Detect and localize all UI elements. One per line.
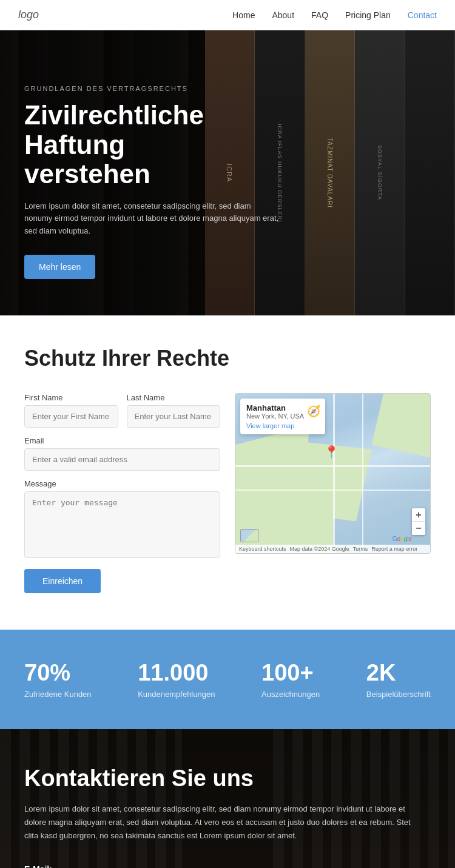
map-zoom-out[interactable]: −	[412, 522, 425, 535]
first-name-group: First Name	[24, 393, 118, 428]
map-view-link[interactable]: View larger map	[246, 422, 294, 429]
stat-number-4: 2K	[366, 660, 431, 686]
last-name-group: Last Name	[127, 393, 221, 428]
stat-label-4: Beispielüberschrift	[366, 690, 431, 699]
map-directions-icon[interactable]: 🧭	[307, 405, 320, 418]
kontakt-title: Kontaktieren Sie uns	[24, 765, 431, 792]
map-footer: Keyboard shortcuts Map data ©2024 Google…	[235, 545, 430, 553]
kontakt-section: Kontaktieren Sie uns Lorem ipsum dolor s…	[0, 729, 455, 868]
stat-item-1: 70% Zufriedene Kunden	[24, 660, 92, 699]
book-spine-3: TAZMINAT DAVALARI	[305, 30, 356, 315]
nav-contact[interactable]: Contact	[408, 10, 437, 20]
book-spine-4: SOSYAL SİGORTA	[355, 30, 405, 315]
contact-grid: First Name Last Name Email Message Einre…	[24, 393, 431, 593]
hero-subtitle: GRUNDLAGEN DES VERTRAGSRECHTS	[24, 85, 279, 92]
kontakt-email-label: E-Mail:	[24, 864, 431, 868]
message-input[interactable]	[24, 491, 220, 558]
map-inner: 📍 Manhattan New York, NY, USA View large…	[235, 394, 430, 553]
first-name-input[interactable]	[24, 405, 118, 428]
stat-label-3: Auszeichnungen	[261, 690, 320, 699]
last-name-input[interactable]	[127, 405, 221, 428]
stats-section: 70% Zufriedene Kunden 11.000 Kundenempfe…	[0, 630, 455, 729]
logo: logo	[18, 8, 39, 21]
stat-number-3: 100+	[261, 660, 320, 686]
email-group: Email	[24, 436, 220, 471]
hero-content: GRUNDLAGEN DES VERTRAGSRECHTS Zivilrecht…	[0, 85, 303, 279]
contact-title: Schutz Ihrer Rechte	[24, 346, 431, 371]
hero-description: Lorem ipsum dolor sit amet, consetetur s…	[24, 200, 279, 238]
map-side: 📍 Manhattan New York, NY, USA View large…	[235, 393, 431, 554]
map-zoom-in[interactable]: +	[412, 508, 425, 522]
nav-about[interactable]: About	[272, 10, 294, 20]
map-terms[interactable]: Terms	[353, 546, 368, 552]
book-spine-5	[405, 30, 456, 315]
nav-links: Home About FAQ Pricing Plan Contact	[232, 10, 437, 20]
google-logo: Google	[393, 536, 412, 542]
map-zoom-controls: + −	[412, 508, 425, 535]
email-input[interactable]	[24, 448, 220, 471]
map-pin: 📍	[324, 445, 334, 454]
map-road-v2	[362, 394, 363, 553]
stat-item-3: 100+ Auszeichnungen	[261, 660, 320, 699]
map-report-error[interactable]: Report a map error	[371, 546, 417, 552]
map-data-credit: Map data ©2024 Google	[290, 546, 349, 552]
stat-item-4: 2K Beispielüberschrift	[366, 660, 431, 699]
hero-cta-button[interactable]: Mehr lesen	[24, 255, 95, 279]
contact-section: Schutz Ihrer Rechte First Name Last Name…	[0, 315, 455, 630]
stat-label-2: Kundenempfehlungen	[138, 690, 215, 699]
stat-number-1: 70%	[24, 660, 92, 686]
nav-pricing[interactable]: Pricing Plan	[345, 10, 391, 20]
hero-section: ICRA ICRA IFLAS HUKUKU DERSLERI TAZMINAT…	[0, 30, 455, 315]
kontakt-description: Lorem ipsum dolor sit amet, consetetur s…	[24, 802, 425, 843]
nav-faq[interactable]: FAQ	[311, 10, 328, 20]
map-info-card: Manhattan New York, NY, USA View larger …	[240, 399, 325, 434]
map-road-v1	[333, 394, 335, 553]
submit-button[interactable]: Einreichen	[24, 569, 101, 593]
nav-home[interactable]: Home	[232, 10, 255, 20]
message-label: Message	[24, 479, 220, 488]
hero-title: Zivilrechtliche Haftung verstehen	[24, 101, 279, 189]
name-row: First Name Last Name	[24, 393, 220, 428]
first-name-label: First Name	[24, 393, 118, 402]
stat-label-1: Zufriedene Kunden	[24, 690, 92, 699]
navbar: logo Home About FAQ Pricing Plan Contact	[0, 0, 455, 30]
kontakt-content: Kontaktieren Sie uns Lorem ipsum dolor s…	[24, 765, 431, 868]
kontakt-email-info: E-Mail: info@company.com	[24, 864, 431, 868]
last-name-label: Last Name	[127, 393, 221, 402]
map-thumb-inner	[241, 530, 258, 542]
message-group: Message	[24, 479, 220, 558]
map-container[interactable]: 📍 Manhattan New York, NY, USA View large…	[235, 393, 431, 554]
contact-form-side: First Name Last Name Email Message Einre…	[24, 393, 220, 593]
map-thumbnail	[240, 529, 258, 542]
email-label: Email	[24, 436, 220, 445]
stat-number-2: 11.000	[138, 660, 215, 686]
stat-item-2: 11.000 Kundenempfehlungen	[138, 660, 215, 699]
map-keyboard-shortcuts[interactable]: Keyboard shortcuts	[239, 546, 286, 552]
